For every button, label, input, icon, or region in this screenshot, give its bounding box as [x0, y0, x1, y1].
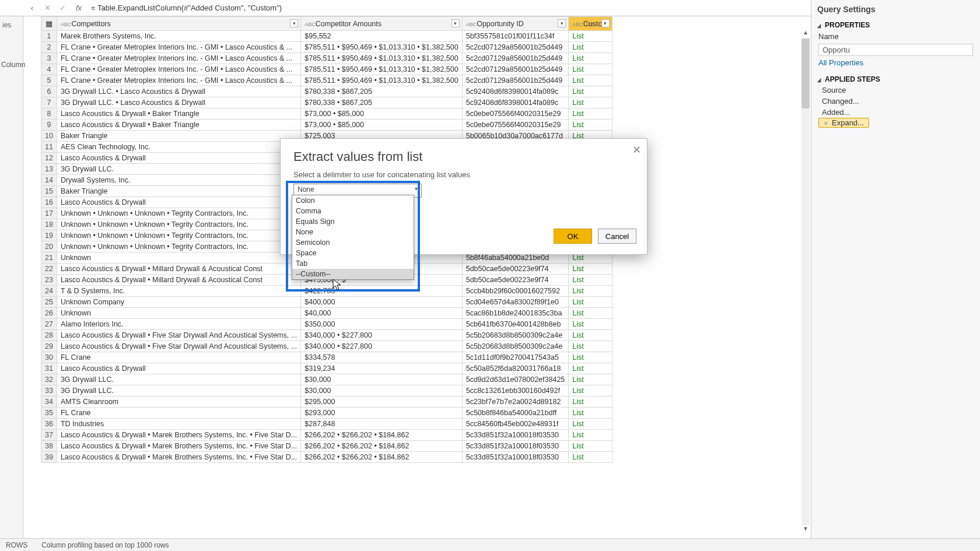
cell[interactable]: $30,000 — [301, 385, 462, 396]
cell[interactable]: List — [569, 419, 612, 430]
cell[interactable]: 3G Drywall LLC. • Lasco Acoustics & Dryw… — [57, 86, 300, 97]
cell[interactable]: TD Industries — [57, 419, 300, 430]
cell[interactable]: 5ccb4bb29f60c00016027592 — [462, 286, 569, 297]
cell[interactable]: FL Crane — [57, 408, 300, 419]
table-row[interactable]: 30FL Crane$334,5785c1d11df0f9b2700417543… — [41, 352, 612, 363]
cell[interactable]: AES Clean Technology, Inc. — [57, 142, 300, 153]
cell[interactable]: List — [569, 319, 612, 330]
dropdown-option[interactable]: None — [292, 227, 414, 237]
cell[interactable]: 5c1d11df0f9b2700417543a5 — [462, 352, 569, 363]
dropdown-option[interactable]: --Custom-- — [292, 269, 414, 279]
list-link[interactable]: List — [572, 342, 583, 350]
list-link[interactable]: List — [572, 65, 583, 73]
cell[interactable]: $785,511 • $950,469 • $1,013,310 • $1,38… — [301, 53, 462, 64]
cell[interactable]: List — [569, 120, 612, 131]
list-link[interactable]: List — [572, 276, 583, 284]
table-row[interactable]: 27Alamo Interiors Inc.$350,0005cb641fb63… — [41, 319, 612, 330]
cell[interactable]: $340,000 • $227,800 — [301, 330, 462, 341]
applied-step[interactable]: Expand... — [818, 118, 869, 128]
column-filter-icon[interactable]: ▾ — [601, 19, 610, 27]
cell[interactable]: Lasco Acoustics & Drywall • Millard Dryw… — [57, 264, 300, 275]
cell[interactable]: $319,234 — [301, 363, 462, 374]
list-link[interactable]: List — [572, 320, 583, 328]
list-link[interactable]: List — [572, 87, 583, 96]
cell[interactable]: 5c5b20683d8b8500309c2a4e — [462, 330, 569, 341]
cell[interactable]: 3G Drywall LLC. — [57, 385, 300, 396]
cell[interactable]: List — [569, 452, 612, 463]
cell[interactable]: $780,338 • $867,205 — [301, 86, 462, 97]
list-link[interactable]: List — [572, 121, 583, 129]
table-row[interactable]: 323G Drywall LLC.$30,0005cd9d2d63d1e0780… — [41, 374, 612, 385]
properties-heading[interactable]: PROPERTIES — [811, 17, 980, 30]
grid-scrollbar-vertical[interactable]: ▲ ▼ — [800, 29, 811, 535]
dropdown-option[interactable]: Colon — [292, 195, 414, 206]
dropdown-option[interactable]: Comma — [292, 206, 414, 216]
cell[interactable]: FL Crane — [57, 352, 300, 363]
cell[interactable]: Lasco Acoustics & Drywall • Marek Brothe… — [57, 452, 300, 463]
cell[interactable]: List — [569, 374, 612, 385]
scroll-down-icon[interactable]: ▼ — [800, 525, 811, 535]
table-row[interactable]: 9Lasco Acoustics & Drywall • Baker Trian… — [41, 120, 612, 131]
cell[interactable]: $295,000 — [301, 396, 462, 408]
cell[interactable]: FL Crane • Greater Metroplex Interiors I… — [57, 64, 300, 75]
commit-formula-icon[interactable]: ✓ — [55, 3, 70, 12]
table-row[interactable]: 31Lasco Acoustics & Drywall$319,2345c50a… — [41, 363, 612, 374]
cell[interactable]: List — [569, 42, 612, 53]
applied-step[interactable]: Added... — [818, 107, 980, 118]
cell[interactable]: 5cac86b1b8de24001835c3ba — [462, 308, 569, 319]
cell[interactable]: $785,511 • $950,469 • $1,013,310 • $1,38… — [301, 75, 462, 86]
cell[interactable]: 5cb641fb6370e4001428b8eb — [462, 319, 569, 330]
cell[interactable]: Unknown • Unknown • Unknown • Tegrity Co… — [57, 208, 300, 219]
cell[interactable]: $334,578 — [301, 352, 462, 363]
table-row[interactable]: 29Lasco Acoustics & Drywall • Five Star … — [41, 341, 612, 352]
list-link[interactable]: List — [572, 99, 583, 107]
table-row[interactable]: 73G Drywall LLC. • Lasco Acoustics & Dry… — [41, 97, 612, 108]
cell[interactable]: Lasco Acoustics & Drywall • Millard Dryw… — [57, 275, 300, 286]
list-link[interactable]: List — [572, 453, 583, 461]
query-name-input[interactable]: Opportu — [818, 44, 973, 56]
table-row[interactable]: 28Lasco Acoustics & Drywall • Five Star … — [41, 330, 612, 341]
table-row[interactable]: 38Lasco Acoustics & Drywall • Marek Brot… — [41, 441, 612, 452]
row-corner[interactable]: ▦ — [41, 17, 57, 31]
column-header[interactable]: ABC Competitor Amounts▾ — [301, 17, 462, 31]
list-link[interactable]: List — [572, 364, 583, 373]
table-row[interactable]: 34AMTS Cleanroom$295,0005c23bf7e7b7e2a00… — [41, 396, 612, 408]
list-link[interactable]: List — [572, 298, 583, 306]
cancel-button[interactable]: Cancel — [598, 229, 636, 244]
cell[interactable]: 5c5b20683d8b8500309c2a4e — [462, 341, 569, 352]
cell[interactable]: $293,000 — [301, 408, 462, 419]
cell[interactable]: List — [569, 363, 612, 374]
scroll-up-icon[interactable]: ▲ — [800, 29, 811, 38]
list-link[interactable]: List — [572, 353, 583, 362]
dropdown-option[interactable]: Semicolon — [292, 237, 414, 248]
cell[interactable]: Unknown — [57, 252, 300, 264]
cell[interactable]: Unknown Company — [57, 297, 300, 308]
cell[interactable]: 5cd9d2d63d1e078002ef38425 — [462, 374, 569, 385]
dropdown-option[interactable]: Tab — [292, 258, 414, 269]
table-row[interactable]: 39Lasco Acoustics & Drywall • Marek Brot… — [41, 452, 612, 463]
cell[interactable]: $40,000 — [301, 308, 462, 319]
list-link[interactable]: List — [572, 43, 583, 51]
cell[interactable]: AMTS Cleanroom — [57, 396, 300, 408]
cell[interactable]: List — [569, 396, 612, 408]
nav-back-icon[interactable]: ‹ — [24, 3, 40, 12]
cell[interactable]: Lasco Acoustics & Drywall • Five Star Dr… — [57, 341, 300, 352]
cell[interactable]: $350,000 — [301, 319, 462, 330]
cell[interactable]: FL Crane • Greater Metroplex Interiors I… — [57, 42, 300, 53]
table-row[interactable]: 26Unknown$40,0005cac86b1b8de24001835c3ba… — [41, 308, 612, 319]
cell[interactable]: 3G Drywall LLC. — [57, 164, 300, 175]
cell[interactable]: T & D Systems, Inc. — [57, 286, 300, 297]
column-header[interactable]: ABC Opportunity ID▾ — [462, 17, 569, 31]
cell[interactable]: Lasco Acoustics & Drywall — [57, 363, 300, 374]
all-properties-link[interactable]: All Properties — [811, 57, 980, 72]
cell[interactable]: $73,000 • $85,000 — [301, 108, 462, 120]
cell[interactable]: List — [569, 385, 612, 396]
cell[interactable]: List — [569, 64, 612, 75]
cell[interactable]: List — [569, 264, 612, 275]
table-row[interactable]: 24T & D Systems, Inc.$422,7855ccb4bb29f6… — [41, 286, 612, 297]
list-link[interactable]: List — [572, 32, 583, 40]
cell[interactable]: 5c23bf7e7b7e2a0024d89182 — [462, 396, 569, 408]
cell[interactable]: Unknown — [57, 308, 300, 319]
cell[interactable]: List — [569, 275, 612, 286]
cell[interactable]: 5db50cae5de00223e9f74 — [462, 264, 569, 275]
